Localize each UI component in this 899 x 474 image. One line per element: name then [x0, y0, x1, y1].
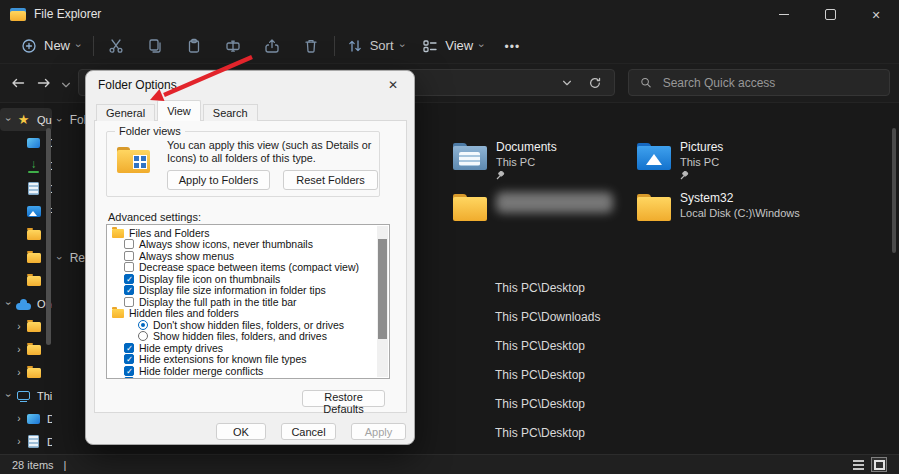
sidebar-item[interactable] — [0, 338, 52, 361]
apply-button[interactable]: Apply — [351, 423, 406, 440]
setting-control-glyph[interactable] — [124, 297, 134, 307]
sidebar-item[interactable] — [0, 269, 52, 292]
sidebar-item[interactable]: This PC — [0, 384, 52, 407]
setting-control-glyph[interactable] — [112, 309, 124, 318]
setting-control-glyph[interactable] — [124, 377, 134, 379]
refresh-icon[interactable] — [588, 76, 602, 90]
restore-defaults-button[interactable]: Restore Defaults — [302, 390, 385, 407]
advanced-setting-row[interactable]: Always show menus — [107, 250, 389, 262]
sidebar-item[interactable]: OneDrive — [0, 292, 52, 315]
advanced-setting-row[interactable]: Show hidden files, folders, and drives — [107, 331, 389, 343]
new-button[interactable]: New — [12, 31, 90, 61]
folder-tile[interactable]: System32 Local Disk (C:)\Windows — [637, 190, 821, 241]
cut-button[interactable] — [97, 31, 136, 61]
advanced-setting-row[interactable]: Display file size information in folder … — [107, 285, 389, 297]
advanced-settings-list[interactable]: Files and Folders Always show icons, nev… — [106, 224, 390, 379]
sidebar-item[interactable] — [0, 223, 52, 246]
sidebar-item[interactable]: Documents — [0, 177, 52, 200]
setting-control-glyph[interactable] — [112, 229, 124, 238]
advanced-setting-row[interactable]: Hidden files and folders — [107, 308, 389, 320]
delete-button[interactable] — [292, 31, 331, 61]
sidebar-item[interactable] — [0, 246, 52, 269]
setting-control-glyph[interactable] — [124, 239, 134, 249]
advanced-setting-row[interactable]: Always show icons, never thumbnails — [107, 239, 389, 251]
back-button[interactable] — [10, 75, 26, 91]
cancel-button[interactable]: Cancel — [281, 423, 336, 440]
recent-file-row[interactable]: This PC\Desktop — [495, 426, 600, 455]
recent-file-row[interactable]: This PC\Desktop — [495, 397, 600, 426]
see-more-button[interactable] — [493, 31, 532, 61]
sidebar-item[interactable]: Quick access — [0, 108, 52, 131]
setting-control-glyph[interactable] — [124, 354, 134, 364]
maximize-button[interactable] — [807, 0, 853, 28]
advanced-setting-row[interactable]: Decrease space between items (compact vi… — [107, 262, 389, 274]
setting-control-glyph[interactable] — [138, 320, 148, 330]
view-button[interactable]: View — [413, 31, 493, 61]
setting-control-glyph[interactable] — [124, 274, 134, 284]
paste-button[interactable] — [175, 31, 214, 61]
advanced-setting-row[interactable]: Hide folder merge conflicts — [107, 365, 389, 377]
details-view-button[interactable] — [850, 457, 866, 472]
advanced-setting-row[interactable]: Files and Folders — [107, 227, 389, 239]
advanced-setting-row[interactable]: Display file icon on thumbnails — [107, 273, 389, 285]
sidebar-item[interactable]: Downloads — [0, 154, 52, 177]
share-button[interactable] — [253, 31, 292, 61]
sidebar-item[interactable]: Desktop — [0, 407, 52, 430]
dialog-tab[interactable]: General — [96, 104, 155, 121]
copy-button[interactable] — [136, 31, 175, 61]
folder-tile[interactable] — [453, 190, 637, 241]
recent-file-row[interactable]: This PC\Downloads — [495, 310, 600, 339]
dialog-tab[interactable]: View — [157, 100, 201, 121]
setting-control-glyph[interactable] — [124, 366, 134, 376]
forward-button[interactable] — [36, 75, 52, 91]
advanced-setting-row[interactable]: Don't show hidden files, folders, or dri… — [107, 319, 389, 331]
advanced-setting-row[interactable] — [107, 377, 389, 380]
sort-button[interactable]: Sort — [338, 31, 414, 61]
recent-file-row[interactable]: This PC\Desktop — [495, 339, 600, 368]
reset-folders-button[interactable]: Reset Folders — [283, 170, 378, 190]
sidebar-item[interactable]: Documents — [0, 430, 52, 453]
recent-file-row[interactable]: This PC\Desktop — [495, 281, 600, 310]
dialog-close-button[interactable] — [384, 76, 402, 94]
sidebar-item[interactable] — [0, 315, 52, 338]
setting-control-glyph[interactable] — [124, 251, 134, 261]
close-button[interactable] — [853, 0, 899, 28]
advanced-setting-row[interactable]: Hide empty drives — [107, 342, 389, 354]
list-scrollbar[interactable] — [377, 226, 388, 377]
recent-file-row[interactable]: This PC\Desktop — [495, 368, 600, 397]
tree-expand-chevron-icon[interactable] — [13, 413, 25, 424]
folder-tile[interactable]: Pictures This PC — [637, 139, 821, 190]
recent-locations-button[interactable] — [60, 79, 72, 91]
sidebar-item[interactable]: Pictures — [0, 200, 52, 223]
advanced-setting-row[interactable]: Display the full path in the title bar — [107, 296, 389, 308]
folder-tile[interactable]: Documents This PC — [453, 139, 637, 190]
apply-to-folders-button[interactable]: Apply to Folders — [167, 170, 270, 190]
large-icons-view-button[interactable] — [871, 457, 887, 472]
minimize-button[interactable] — [761, 0, 807, 28]
setting-control-glyph[interactable] — [124, 343, 134, 353]
search-input[interactable] — [661, 75, 878, 91]
sidebar-scrollbar[interactable] — [46, 128, 51, 345]
tree-expand-chevron-icon[interactable] — [13, 321, 25, 332]
content-scrollbar[interactable] — [892, 128, 896, 253]
list-scrollbar-thumb[interactable] — [378, 239, 387, 339]
setting-control-glyph[interactable] — [138, 331, 148, 341]
tree-expand-chevron-icon[interactable] — [3, 298, 15, 309]
tree-expand-chevron-icon[interactable] — [3, 390, 15, 401]
tree-expand-chevron-icon[interactable] — [13, 344, 25, 355]
sidebar-item[interactable] — [0, 361, 52, 384]
dialog-tab[interactable]: Search — [203, 104, 258, 121]
setting-control-glyph[interactable] — [124, 262, 134, 272]
section-collapse-chevron-icon[interactable] — [54, 118, 66, 122]
ok-button[interactable]: OK — [216, 423, 266, 440]
rename-button[interactable] — [214, 31, 253, 61]
sidebar-item[interactable]: Desktop — [0, 131, 52, 154]
advanced-setting-row[interactable]: Hide extensions for known file types — [107, 354, 389, 366]
tree-expand-chevron-icon[interactable] — [13, 367, 25, 378]
tree-expand-chevron-icon[interactable] — [3, 114, 15, 125]
setting-label: Hide folder merge conflicts — [139, 365, 263, 377]
setting-control-glyph[interactable] — [124, 285, 134, 295]
section-collapse-chevron-icon[interactable] — [54, 256, 66, 260]
tree-expand-chevron-icon[interactable] — [13, 436, 25, 447]
address-dropdown-icon[interactable] — [561, 77, 573, 89]
